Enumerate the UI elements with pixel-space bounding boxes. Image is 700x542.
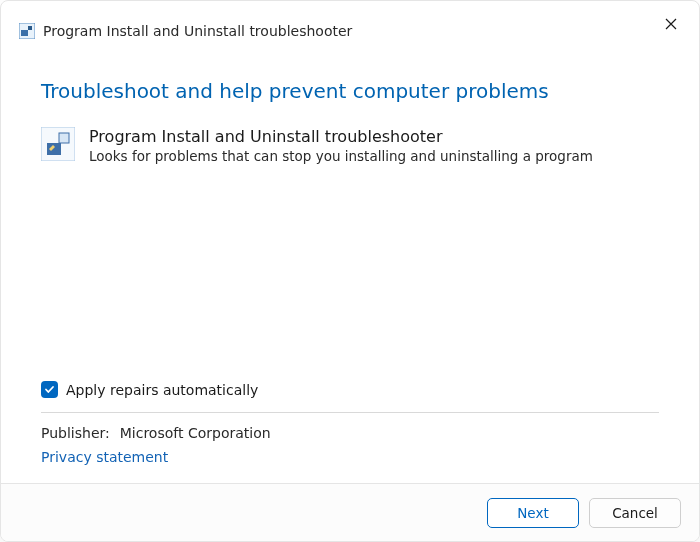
apply-repairs-label[interactable]: Apply repairs automatically xyxy=(66,382,258,398)
troubleshooter-description: Looks for problems that can stop you ins… xyxy=(89,148,593,164)
troubleshooter-item: Program Install and Uninstall troublesho… xyxy=(41,127,659,164)
svg-rect-1 xyxy=(21,30,28,36)
next-button[interactable]: Next xyxy=(487,498,579,528)
apply-repairs-checkbox[interactable] xyxy=(41,381,58,398)
troubleshooter-title: Program Install and Uninstall troublesho… xyxy=(89,127,593,146)
close-icon xyxy=(665,18,677,30)
publisher-label: Publisher: xyxy=(41,425,110,441)
privacy-statement-link[interactable]: Privacy statement xyxy=(41,449,659,465)
publisher-value: Microsoft Corporation xyxy=(120,425,271,441)
title-bar: Program Install and Uninstall troublesho… xyxy=(1,1,699,55)
troubleshooter-dialog: Program Install and Uninstall troublesho… xyxy=(0,0,700,542)
publisher-row: Publisher: Microsoft Corporation xyxy=(41,425,659,441)
troubleshooter-icon xyxy=(41,127,75,161)
window-title: Program Install and Uninstall troublesho… xyxy=(43,23,651,39)
svg-rect-5 xyxy=(59,133,69,143)
troubleshooter-text: Program Install and Uninstall troublesho… xyxy=(89,127,593,164)
divider xyxy=(41,412,659,413)
svg-rect-2 xyxy=(28,26,32,30)
troubleshooter-window-icon xyxy=(19,23,35,39)
content-area: Troubleshoot and help prevent computer p… xyxy=(1,55,699,483)
cancel-button[interactable]: Cancel xyxy=(589,498,681,528)
close-button[interactable] xyxy=(651,9,691,39)
apply-repairs-row[interactable]: Apply repairs automatically xyxy=(41,381,659,398)
footer: Next Cancel xyxy=(1,483,699,541)
checkmark-icon xyxy=(44,384,55,395)
page-heading: Troubleshoot and help prevent computer p… xyxy=(41,79,659,103)
